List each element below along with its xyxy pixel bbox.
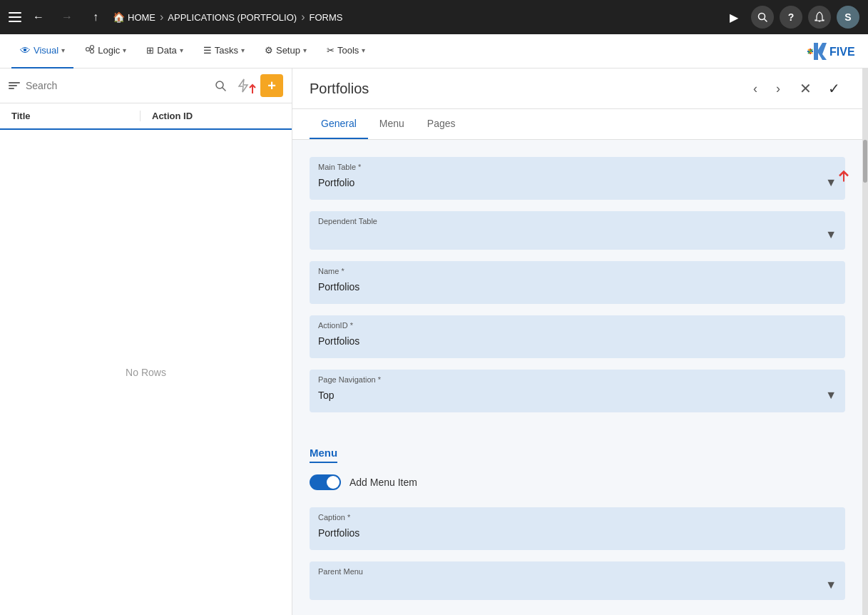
action-id-field: ActionID * Portfolios xyxy=(310,315,845,358)
scrollbar-thumb[interactable] xyxy=(863,140,867,183)
menu-section-header: Menu xyxy=(310,441,337,463)
form-title: Portfolios xyxy=(310,81,369,97)
toggle-knob xyxy=(327,476,339,489)
form-content: General Menu Pages Main Table * Portfoli… xyxy=(292,109,862,615)
menu-fields: Add Menu Item Caption * Portfolios Paren… xyxy=(310,469,845,600)
name-value[interactable]: Portfolios xyxy=(318,278,837,295)
next-button[interactable]: › xyxy=(768,78,788,98)
menu-section: Menu Add Menu Item Caption * P xyxy=(292,430,862,611)
pages-section: Pages Type Action Caption + Form Table xyxy=(292,611,862,615)
tab-data[interactable]: ⊞ Data ▾ xyxy=(138,34,191,68)
page-navigation-label: Page Navigation * xyxy=(318,375,837,384)
hamburger-menu[interactable] xyxy=(9,12,21,22)
filter-icon[interactable] xyxy=(9,82,20,89)
forward-button[interactable]: → xyxy=(56,6,78,29)
prev-button[interactable]: ‹ xyxy=(745,78,765,98)
user-avatar[interactable]: S xyxy=(837,6,859,29)
tab-tasks[interactable]: ☰ Tasks ▾ xyxy=(195,34,253,68)
main-content: + Title Action ID No Rows Portfolios ‹ ›… xyxy=(0,68,868,615)
parent-menu-dropdown[interactable]: ▼ xyxy=(825,579,837,591)
nav-arrows: ‹ › xyxy=(745,78,788,98)
parent-menu-field: Parent Menu ▼ xyxy=(310,561,845,600)
main-table-field: Main Table * Portfolio ▼ xyxy=(310,157,845,200)
tab-general[interactable]: General xyxy=(310,109,368,139)
breadcrumb-forms[interactable]: FORMS xyxy=(309,12,342,23)
caption-field: Caption * Portfolios xyxy=(310,507,845,550)
caption-label: Caption * xyxy=(318,513,837,522)
name-field: Name * Portfolios xyxy=(310,261,845,304)
play-button[interactable]: ▶ xyxy=(723,6,745,29)
svg-line-15 xyxy=(223,88,225,91)
breadcrumb-home[interactable]: 🏠 HOME xyxy=(113,11,155,23)
action-id-label: ActionID * xyxy=(318,321,837,330)
parent-menu-label: Parent Menu xyxy=(318,567,837,576)
main-table-label: Main Table * xyxy=(318,163,837,171)
add-menu-item-toggle[interactable] xyxy=(310,474,341,490)
logic-tab-arrow: ▾ xyxy=(123,46,126,54)
data-tab-arrow: ▾ xyxy=(180,46,183,54)
tab-logic[interactable]: Logic ▾ xyxy=(76,34,135,68)
help-button[interactable]: ? xyxy=(780,6,802,29)
tab-tools[interactable]: ✂ Tools ▾ xyxy=(318,34,374,68)
up-button[interactable]: ↑ xyxy=(84,6,107,29)
main-table-dropdown[interactable]: ▼ xyxy=(825,176,837,189)
tools-tab-arrow: ▾ xyxy=(362,46,365,54)
add-menu-item-row: Add Menu Item xyxy=(310,469,845,496)
breadcrumb-sep-1: › xyxy=(160,11,163,24)
dependent-table-label: Dependent Table xyxy=(318,217,837,225)
action-id-value[interactable]: Portfolios xyxy=(318,332,837,350)
breadcrumb: 🏠 HOME › APPLICATIONS (PORTFOLIO) › FORM… xyxy=(113,11,342,24)
setup-tab-arrow: ▾ xyxy=(303,46,307,54)
data-icon: ⊞ xyxy=(146,45,154,56)
tab-setup[interactable]: ⚙ Setup ▾ xyxy=(256,34,315,68)
tasks-tab-arrow: ▾ xyxy=(241,46,245,54)
page-navigation-value: Top xyxy=(318,387,335,404)
secondary-navigation: 👁 Visual ▾ Logic ▾ ⊞ Data ▾ xyxy=(0,34,868,68)
lightning-button[interactable] xyxy=(232,74,255,97)
svg-marker-8 xyxy=(814,43,827,60)
svg-rect-2 xyxy=(819,21,821,22)
no-rows-message: No Rows xyxy=(0,130,292,615)
visual-icon: 👁 xyxy=(20,44,31,56)
visual-tab-arrow: ▾ xyxy=(61,46,65,54)
svg-point-3 xyxy=(86,48,90,51)
page-navigation-dropdown[interactable]: ▼ xyxy=(825,389,837,402)
setup-icon: ⚙ xyxy=(265,45,273,56)
scrollbar[interactable] xyxy=(862,68,868,615)
tab-visual[interactable]: 👁 Visual ▾ xyxy=(11,34,73,68)
tasks-icon: ☰ xyxy=(203,45,212,56)
general-fields: Main Table * Portfolio ▼ xyxy=(292,140,862,430)
logic-icon xyxy=(85,44,95,56)
confirm-button[interactable]: ✓ xyxy=(822,77,845,100)
caption-value[interactable]: Portfolios xyxy=(318,524,837,542)
dependent-table-field: Dependent Table ▼ xyxy=(310,211,845,250)
right-panel: Portfolios ‹ › ✕ ✓ General Menu Pages xyxy=(292,68,862,615)
notifications-button[interactable] xyxy=(808,6,831,29)
breadcrumb-sep-2: › xyxy=(301,11,305,24)
svg-text:FIVE: FIVE xyxy=(829,46,855,58)
search-nav-button[interactable] xyxy=(751,6,774,29)
svg-line-1 xyxy=(765,19,767,22)
tab-pages[interactable]: Pages xyxy=(416,109,467,139)
tools-icon: ✂ xyxy=(327,45,335,56)
back-button[interactable]: ← xyxy=(27,6,50,29)
add-button[interactable]: + xyxy=(260,74,283,97)
search-bar: + xyxy=(0,68,292,103)
svg-point-5 xyxy=(91,50,94,54)
title-column-header: Title xyxy=(11,111,140,121)
form-header: Portfolios ‹ › ✕ ✓ xyxy=(292,68,862,109)
tab-menu[interactable]: Menu xyxy=(368,109,416,139)
action-id-column-header: Action ID xyxy=(140,111,280,121)
form-tabs: General Menu Pages xyxy=(292,109,862,140)
five-logo: FIVE xyxy=(807,40,857,63)
search-button[interactable] xyxy=(215,80,226,91)
close-button[interactable]: ✕ xyxy=(794,77,817,100)
search-input[interactable] xyxy=(26,80,209,91)
add-menu-item-label: Add Menu Item xyxy=(349,477,417,488)
top-navigation: ← → ↑ 🏠 HOME › APPLICATIONS (PORTFOLIO) … xyxy=(0,0,868,34)
left-panel: + Title Action ID No Rows xyxy=(0,68,292,615)
svg-point-4 xyxy=(91,46,94,49)
breadcrumb-applications[interactable]: APPLICATIONS (PORTFOLIO) xyxy=(168,12,297,23)
page-navigation-field: Page Navigation * Top ▼ xyxy=(310,370,845,412)
dependent-table-dropdown[interactable]: ▼ xyxy=(825,228,837,241)
